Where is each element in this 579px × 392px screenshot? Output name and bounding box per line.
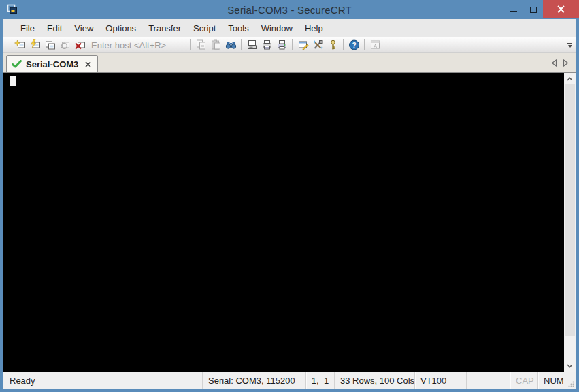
status-caps-indicator: CAP [510,372,537,389]
connect-in-tab-button[interactable] [42,38,57,52]
scrollbar-thumb[interactable] [565,84,575,336]
menu-file[interactable]: File [14,20,41,36]
close-icon [557,5,565,13]
tab-close-button[interactable] [82,61,91,67]
quick-connect-input[interactable] [90,39,187,51]
disconnect-button[interactable] [72,38,87,52]
toolbar: ? A [3,37,576,53]
app-icon[interactable] [6,3,18,16]
tab-close-icon [85,61,91,67]
toolbar-separator [190,39,191,50]
chevron-down-icon [567,364,573,368]
resize-grip[interactable] [567,372,576,389]
quick-connect-icon [29,39,41,50]
disconnect-icon [74,39,86,50]
print-setup-icon [261,39,273,50]
terminal-screen[interactable] [3,73,564,372]
menu-script[interactable]: Script [187,20,222,36]
menu-help[interactable]: Help [299,20,329,36]
svg-text:A: A [374,44,377,48]
scroll-tabs-left-button[interactable] [551,59,557,67]
file-transfer-button[interactable]: A [367,38,382,52]
toolbar-overflow-button[interactable] [565,39,574,51]
help-button[interactable]: ? [346,38,361,52]
status-emulation: VT100 [414,372,466,389]
titlebar[interactable]: Serial-COM3 - SecureCRT [0,0,579,19]
copy-button[interactable] [193,38,208,52]
paste-button[interactable] [208,38,223,52]
scroll-tabs-right-icon [563,59,569,67]
status-num-indicator: NUM [537,372,567,389]
menu-view[interactable]: View [68,20,99,36]
find-button[interactable] [223,38,238,52]
find-icon [225,39,237,50]
terminal-row [3,72,576,372]
connect-icon [14,39,26,50]
scrollbar-track[interactable] [564,84,576,360]
securecrt-window: Serial-COM3 - SecureCRT File Edit View O… [0,0,579,392]
menu-edit[interactable]: Edit [41,20,68,36]
status-rows-cols: 33 Rows, 100 Cols [334,372,414,389]
print-setup-button[interactable] [259,38,274,52]
menu-options[interactable]: Options [99,20,142,36]
window-title: Serial-COM3 - SecureCRT [0,0,579,19]
file-transfer-icon: A [369,39,381,50]
global-options-icon [312,39,324,50]
chevron-up-icon [567,77,573,81]
terminal-cursor [10,76,16,86]
maximize-icon [530,7,537,13]
quick-connect-button[interactable] [27,38,42,52]
toolbar-separator [364,39,365,50]
key-generator-button[interactable] [325,38,340,52]
toolbar-overflow-icon [567,43,572,44]
session-options-icon [297,39,309,50]
tab-serial-com3[interactable]: Serial-COM3 [6,55,98,72]
maximize-button[interactable] [523,0,543,18]
scroll-tabs-left-icon [551,59,557,67]
toolbar-separator [343,39,344,50]
vertical-scrollbar[interactable] [564,73,576,372]
paste-icon [210,39,222,50]
menubar: File Edit View Options Transfer Script T… [3,19,576,37]
scroll-up-button[interactable] [564,73,576,84]
close-button[interactable] [543,0,579,18]
tabbar: Serial-COM3 [3,53,576,72]
global-options-button[interactable] [310,38,325,52]
connect-button[interactable] [12,38,27,52]
scroll-tabs-right-button[interactable] [563,59,569,67]
toolbar-separator [292,39,293,50]
status-connection: Serial: COM3, 115200 [202,372,305,389]
minimize-button[interactable] [503,0,523,18]
menu-transfer[interactable]: Transfer [142,20,187,36]
key-generator-icon [327,39,339,50]
status-cursor-position: 1, 1 [305,372,334,389]
menu-window[interactable]: Window [255,20,299,36]
toolbar-separator [241,39,242,50]
menu-tools[interactable]: Tools [222,20,254,36]
statusbar: Ready Serial: COM3, 115200 1, 1 33 Rows,… [3,372,576,389]
copy-icon [195,39,207,50]
session-options-button[interactable] [295,38,310,52]
tab-label: Serial-COM3 [26,59,78,69]
print-icon [276,39,288,50]
print-button[interactable] [274,38,289,52]
resize-grip-icon [568,381,574,387]
connect-in-tab-icon [44,39,56,50]
print-screen-icon [246,39,258,50]
help-icon: ? [348,39,360,50]
connected-check-icon [12,60,22,68]
svg-text:?: ? [352,42,356,49]
status-blank [466,372,510,389]
print-screen-button[interactable] [244,38,259,52]
status-ready: Ready [3,372,202,389]
reconnect-icon [59,39,71,50]
minimize-icon [510,11,517,12]
reconnect-button[interactable] [57,38,72,52]
scroll-down-button[interactable] [564,360,576,372]
